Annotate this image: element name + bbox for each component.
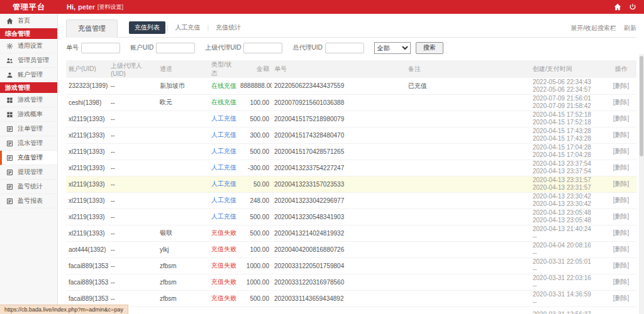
cell-status: 人工充值 [209,208,238,225]
table-row: xl2119(1393)--人工充值50.0020200413233157023… [66,176,636,192]
cell-operation: [删除] [606,257,636,274]
cell-status: 充值失败 [209,290,238,306]
order-no-input[interactable] [81,43,120,53]
cell-order-no: 20200413233157023533 [272,176,406,192]
cell-operation: [删除] [606,192,636,208]
table-body: 232323(1399)--新加坡币在线充值8888888.0020220506… [66,78,636,314]
filter-label-order-no: 单号 [66,43,79,52]
sidebar-item-withdraw-management[interactable]: 提现管理 [0,165,57,180]
delete-link[interactable]: [删除] [613,213,630,220]
greeting-prefix: Hi, [67,3,75,11]
topbar-icons [614,3,636,11]
cell-order-no: 20200413233754227247 [272,160,406,176]
delete-link[interactable]: [删除] [613,197,630,203]
column-header: 通道 [157,60,209,78]
ledger-icon [6,198,13,205]
sidebar-item-profit-stats[interactable]: 盈亏统计 [0,180,57,194]
status-url: https://cb.bada.live/index.php?m=admin&c… [4,306,123,313]
delete-link[interactable]: [删除] [613,148,630,154]
cell-account: xl2119(1393) [66,143,108,160]
browser-status-bar: https://cb.bada.live/index.php?m=admin&c… [0,305,128,314]
column-header: 单号 [272,60,406,78]
tab-recharge-management[interactable]: 充值管理 [66,19,118,38]
sidebar-item-home[interactable]: 首页 [0,14,57,28]
sidebar-item-recharge-management[interactable]: 充值管理 [0,151,57,165]
delete-link[interactable]: [删除] [613,82,630,89]
filter-bar: 单号 账户UID 上级代理UID 总代理UID 全部 搜索 [66,38,636,58]
delete-link[interactable]: [删除] [613,99,630,106]
search-button[interactable]: 搜索 [416,42,443,54]
table-row: aot444(1392)--ylkj充值失败100.00202004042008… [66,241,636,257]
sidebar-item-account-management[interactable]: 账户管理 [0,68,57,82]
cell-agent: -- [108,274,157,290]
column-header: 类型/状态 [209,60,238,78]
cell-operation: [删除] [606,208,636,225]
table-row: 2020-03-31 12:56:37 [66,306,636,314]
cell-account: xl2119(1393) [66,127,108,143]
cell-status: 在线充值 [209,94,238,111]
cell-time: 2020-04-15 17:04:282020-04-15 17:04:28 [530,143,606,160]
sidebar-item-bet-management[interactable]: 注单管理 [0,122,57,136]
cell-time: 2020-03-31 12:56:37 [530,306,606,314]
general-agent-uid-input[interactable] [325,43,364,53]
delete-link[interactable]: [删除] [613,164,630,171]
delete-link[interactable]: [删除] [613,278,630,285]
delete-link[interactable]: [删除] [613,131,630,138]
cell-operation: [删除] [606,176,636,192]
sidebar-item-label: 管理员管理 [18,56,49,65]
tab-bar: 充值管理 充值列表 | 人工充值 | 充值统计 展开/收起搜索栏 刷新 [66,19,636,38]
tab-recharge-stats[interactable]: 充值统计 [210,21,247,34]
cell-amount: 100.00 [238,241,272,257]
filter-label-account-uid: 账户UID [130,43,153,52]
cell-status: 在线充值 [209,78,238,94]
sidebar-item-turnover-management[interactable]: 流水管理 [0,136,57,151]
cell-amount [238,306,272,314]
refresh-link[interactable]: 刷新 [624,24,636,33]
cell-status [209,306,238,314]
sidebar-item-game-management[interactable]: 游戏管理 [0,93,57,107]
sidebar-item-label: 通用设置 [18,41,43,50]
sidebar-item-admin-management[interactable]: 管理员管理 [0,53,57,68]
account-uid-input[interactable] [156,43,195,53]
toggle-search-bar-link[interactable]: 展开/收起搜索栏 [570,24,616,33]
cell-time: 2020-03-31 22:05:01-- [530,257,606,274]
status-filter-select[interactable]: 全部 [374,42,411,54]
tab-manual-recharge[interactable]: 人工充值 [170,21,206,34]
sidebar-item-general-settings[interactable]: 通用设置 [0,39,57,53]
cell-remark [406,241,530,257]
delete-link[interactable]: [删除] [613,295,630,301]
table-row: facai889(1353)--zfbsm充值失败1000.0020200331… [66,257,636,274]
sidebar-menu: 首页综合管理通用设置管理员管理账户管理游戏管理游戏管理游戏概率注单管理流水管理充… [0,14,57,208]
cell-operation: [删除] [606,290,636,306]
delete-link[interactable]: [删除] [613,229,630,236]
sidebar-item-label: 盈亏统计 [18,182,43,191]
scrollbar-thumb[interactable] [640,56,643,156]
profile-settings-link[interactable]: [资料设置] [97,3,123,11]
cell-order-no: 20200413230548341903 [272,208,406,225]
delete-link[interactable]: [删除] [613,115,630,122]
cell-channel [157,208,209,225]
power-icon[interactable] [629,3,636,11]
cell-operation: [删除] [606,111,636,127]
sidebar-item-game-probability[interactable]: 游戏概率 [0,107,57,122]
ledger-icon [6,183,13,190]
sidebar-item-profit-report[interactable]: 盈亏报表 [0,194,57,208]
column-header: 备注 [406,60,530,78]
cell-status: 人工充值 [209,111,238,127]
delete-link[interactable]: [删除] [613,246,630,252]
tab-recharge-list[interactable]: 充值列表 [129,21,165,34]
cell-account: xl2119(1393) [66,111,108,127]
sidebar-item-label: 流水管理 [18,139,43,148]
delete-link[interactable]: [删除] [613,180,630,187]
cell-time: 2020-04-13 23:31:572020-04-13 23:31:57 [530,176,606,192]
delete-link[interactable]: [删除] [613,262,630,269]
cell-time: 2020-04-13 23:05:482020-04-13 23:05:48 [530,208,606,225]
cell-account: aot444(1392) [66,241,108,257]
sidebar-item-label: 游戏概率 [18,110,43,119]
home-icon[interactable] [614,3,621,11]
parent-agent-uid-input[interactable] [243,43,282,53]
cell-order-no: 20200413233042296977 [272,192,406,208]
cell-agent: -- [108,160,157,176]
cell-remark [406,306,530,314]
main-content: 充值管理 充值列表 | 人工充值 | 充值统计 展开/收起搜索栏 刷新 单号 账… [58,14,644,314]
